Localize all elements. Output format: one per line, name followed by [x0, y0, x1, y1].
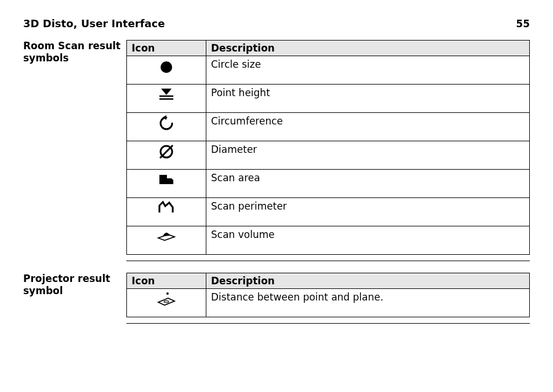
desc-cell: Circle size	[206, 56, 530, 85]
desc-cell: Diameter	[206, 141, 530, 170]
table-header-row: Icon Description	[127, 41, 530, 56]
section-label: Projector result symbol	[23, 273, 126, 298]
icon-cell	[127, 289, 206, 317]
circumference-icon	[132, 115, 201, 131]
scan-volume-icon	[132, 229, 201, 241]
svg-rect-9	[165, 233, 168, 236]
svg-point-12	[164, 301, 169, 302]
desc-cell: Scan volume	[206, 226, 530, 255]
circle-size-icon	[132, 58, 201, 76]
section-projector: Projector result symbol Icon Description	[23, 273, 530, 324]
table-row: Scan volume	[127, 226, 530, 255]
room-scan-table: Icon Description	[126, 40, 530, 255]
icon-cell	[127, 113, 206, 141]
table-row: Diameter	[127, 141, 530, 170]
section-bottom-rule	[126, 323, 530, 324]
col-desc: Description	[206, 273, 530, 289]
page-header: 3D Disto, User Interface 55	[23, 17, 530, 33]
svg-marker-1	[161, 89, 172, 95]
table-row: Scan area	[127, 170, 530, 198]
table-row: Scan perimeter	[127, 198, 530, 226]
icon-cell	[127, 85, 206, 113]
icon-cell	[127, 198, 206, 226]
svg-marker-7	[159, 175, 173, 184]
desc-cell: Circumference	[206, 113, 530, 141]
desc-cell: Scan area	[206, 170, 530, 198]
svg-point-10	[166, 292, 169, 295]
distance-point-plane-icon	[132, 291, 201, 306]
desc-cell: Point height	[206, 85, 530, 113]
section-bottom-rule	[126, 261, 530, 261]
table-header-row: Icon Description	[127, 273, 530, 289]
header-title: 3D Disto, User Interface	[23, 17, 165, 30]
section-label: Room Scan result symbols	[23, 40, 126, 65]
scan-perimeter-icon	[132, 200, 201, 214]
page-number: 55	[516, 18, 530, 30]
icon-cell	[127, 141, 206, 170]
table-row: Circle size	[127, 56, 530, 85]
svg-point-0	[161, 61, 172, 73]
diameter-icon	[132, 144, 201, 160]
desc-cell: Distance between point and plane.	[206, 289, 530, 317]
scan-area-icon	[132, 172, 201, 186]
table-row: Point height	[127, 85, 530, 113]
col-icon: Icon	[127, 41, 206, 56]
svg-marker-11	[158, 298, 174, 305]
icon-cell	[127, 226, 206, 255]
section-body: Icon Description	[126, 273, 530, 324]
desc-cell: Scan perimeter	[206, 198, 530, 226]
icon-cell	[127, 56, 206, 85]
page: 3D Disto, User Interface 55 Room Scan re…	[0, 0, 553, 392]
icon-cell	[127, 170, 206, 198]
table-row: Circumference	[127, 113, 530, 141]
section-body: Icon Description	[126, 40, 530, 261]
col-desc: Description	[206, 41, 530, 56]
point-height-icon	[132, 87, 201, 101]
projector-table: Icon Description	[126, 273, 530, 317]
col-icon: Icon	[127, 273, 206, 289]
section-room-scan: Room Scan result symbols Icon Descriptio…	[23, 40, 530, 261]
table-row: Distance between point and plane.	[127, 289, 530, 317]
